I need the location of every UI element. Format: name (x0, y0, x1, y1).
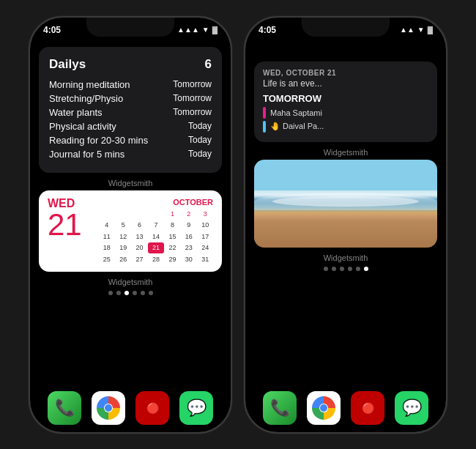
event-dot-pink (263, 107, 266, 119)
page-dots-right (254, 267, 437, 271)
cal-day-num: 21 (48, 209, 82, 240)
cal-cell: 12 (115, 231, 130, 242)
chrome-center-dot (105, 404, 112, 412)
cal-cell: 26 (115, 254, 130, 265)
wifi-icon: ▼ (202, 26, 209, 34)
cal-cell: 15 (165, 231, 180, 242)
event-tomorrow-label: TOMORROW (263, 93, 428, 104)
rdot-3 (340, 267, 344, 271)
chrome-glyph-r (312, 396, 335, 420)
dailys-title: Dailys (49, 57, 86, 72)
cal-grid: 1 2 3 4 5 6 7 8 9 10 11 12 13 14 (99, 209, 213, 265)
cal-cell: 24 (198, 242, 213, 253)
dock-whatsapp-icon-r[interactable]: 💬 (395, 391, 428, 425)
task-name-6: Journal for 5 mins (49, 149, 124, 160)
cal-left: WED 21 (48, 198, 92, 265)
cal-today-cell: 21 (148, 242, 163, 253)
widget-label-2-left: Widgetsmith (30, 278, 231, 286)
task-name-5: Reading for 20-30 mins (49, 135, 148, 146)
event-date: WED, OCTOBER 21 (263, 69, 428, 77)
event-life-quote: Life is an eve... (263, 78, 428, 89)
dot-1 (108, 291, 113, 295)
cal-cell: 8 (165, 220, 180, 231)
dailys-widget[interactable]: Dailys 6 Morning meditation Tomorrow Str… (39, 47, 222, 173)
dailys-count: 6 (205, 57, 212, 72)
page-dots-left (30, 291, 231, 295)
dock-rakuten-icon-r[interactable]: 🔴 (351, 391, 384, 425)
notch-left (86, 18, 174, 37)
rdot-2 (332, 267, 336, 271)
task-row-3: Water plants Tomorrow (49, 107, 212, 118)
phone-glyph-r: 📞 (270, 398, 290, 418)
cal-right: OCTOBER 1 2 3 4 5 6 7 8 9 (99, 198, 213, 265)
task-status-1: Tomorrow (173, 79, 212, 89)
dot-5 (141, 291, 145, 295)
dock-chrome-icon[interactable] (92, 391, 125, 425)
battery-icon: ▓ (212, 26, 217, 34)
cal-cell: 13 (132, 231, 147, 242)
dock-phone-icon[interactable]: 📞 (48, 391, 81, 425)
cal-cell: 9 (181, 220, 196, 231)
chrome-center-dot-r (320, 404, 327, 412)
cal-cell: 23 (181, 242, 196, 253)
cal-cell: 27 (132, 254, 147, 265)
cal-cell: 19 (115, 242, 130, 253)
rdot-1 (324, 267, 328, 271)
cal-cell: 20 (132, 242, 147, 253)
whatsapp-glyph-r: 💬 (402, 398, 422, 418)
cal-cell: 1 (165, 209, 180, 220)
left-screen: 4:05 ▲▲▲ ▼ ▓ Dailys 6 Morning meditation… (30, 18, 231, 432)
rakuten-glyph-r: 🔴 (362, 402, 374, 414)
cal-cell (132, 209, 147, 220)
dot-6 (149, 291, 153, 295)
task-row-4: Physical activity Today (49, 121, 212, 132)
event-item-2: 🤚 Daival Pa... (263, 121, 428, 133)
task-name-1: Morning meditation (49, 79, 130, 90)
cal-cell: 2 (181, 209, 196, 220)
cal-cell: 6 (132, 220, 147, 231)
task-status-3: Tomorrow (173, 107, 212, 117)
phone-glyph: 📞 (55, 398, 75, 418)
cal-cell (148, 209, 163, 220)
cal-cell: 3 (198, 209, 213, 220)
events-widget[interactable]: WED, OCTOBER 21 Life is an eve... TOMORR… (254, 62, 437, 142)
rdot-5 (356, 267, 360, 271)
event-item-1: Maha Saptami (263, 107, 428, 119)
time-right: 4:05 (259, 25, 276, 35)
dock-whatsapp-icon[interactable]: 💬 (179, 391, 213, 425)
dock-phone-icon-r[interactable]: 📞 (263, 391, 297, 425)
dock-chrome-icon-r[interactable] (307, 391, 341, 425)
rdot-4 (348, 267, 352, 271)
cal-cell: 31 (198, 254, 213, 265)
signal-icon-r: ▲▲ (400, 26, 414, 34)
battery-icon-r: ▓ (428, 26, 433, 34)
signal-icon: ▲▲▲ (177, 26, 199, 34)
beach-photo (254, 160, 437, 248)
cal-cell: 29 (165, 254, 180, 265)
cal-cell: 22 (165, 242, 180, 253)
photo-widget[interactable] (254, 160, 437, 248)
dock-rakuten-icon[interactable]: 🔴 (135, 391, 169, 425)
phones-container: 4:05 ▲▲▲ ▼ ▓ Dailys 6 Morning meditation… (29, 16, 447, 434)
photo-widget-label: Widgetsmith (254, 253, 437, 262)
task-status-2: Tomorrow (173, 93, 212, 103)
whatsapp-glyph: 💬 (187, 398, 207, 418)
cal-cell: 18 (99, 242, 114, 253)
dock-left: 📞 🔴 💬 (30, 391, 231, 425)
cal-cell: 25 (99, 254, 114, 265)
cal-cell: 5 (115, 220, 130, 231)
cal-cell: 7 (148, 220, 163, 231)
right-phone: 4:05 ▲▲ ▼ ▓ WED, OCTOBER 21 Life is an e… (244, 16, 447, 434)
widget-label-1-right: Widgetsmith (254, 148, 437, 157)
calendar-widget[interactable]: WED 21 OCTOBER 1 2 3 4 5 6 (39, 190, 222, 272)
cal-cell (99, 209, 114, 220)
dock-right: 📞 🔴 💬 (245, 391, 446, 425)
rdot-6-active (364, 267, 368, 271)
right-content-area: WED, OCTOBER 21 Life is an eve... TOMORR… (245, 40, 446, 271)
wifi-icon-r: ▼ (417, 26, 425, 34)
task-row-2: Stretching/Physio Tomorrow (49, 93, 212, 104)
task-status-5: Today (188, 135, 212, 145)
task-status-4: Today (188, 121, 212, 131)
chrome-glyph (97, 396, 120, 420)
task-name-3: Water plants (49, 107, 103, 118)
